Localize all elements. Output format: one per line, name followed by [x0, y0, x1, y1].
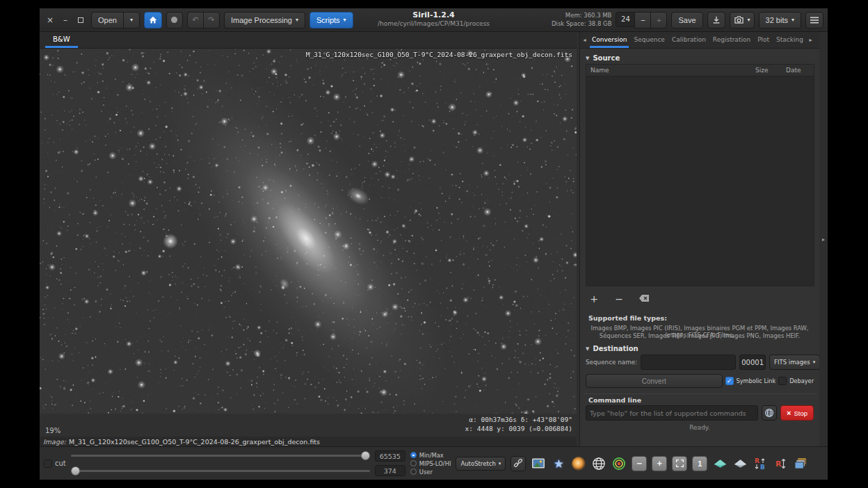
- target-circles-icon: [612, 457, 626, 471]
- home-button[interactable]: [144, 12, 162, 29]
- sequence-frames-button[interactable]: [793, 456, 808, 471]
- photo-icon: [531, 457, 545, 469]
- chevron-down-icon: ▾: [791, 17, 794, 23]
- fit-to-window-button[interactable]: [672, 456, 687, 471]
- reference-image-button[interactable]: [531, 456, 546, 471]
- command-line-divider: [583, 393, 817, 394]
- tab-calibration[interactable]: Calibration: [668, 32, 709, 48]
- lo-slider[interactable]: [71, 466, 370, 475]
- tab-sequence[interactable]: Sequence: [630, 32, 668, 48]
- channel-shift-button[interactable]: R: [773, 456, 788, 471]
- snapshot-button[interactable]: ▾: [730, 12, 755, 29]
- rgb-align-button[interactable]: R B: [753, 456, 768, 471]
- astrometry-button[interactable]: [591, 456, 606, 471]
- mips-label: MIPS-LO/HI: [419, 460, 451, 467]
- mips-radio[interactable]: [410, 460, 417, 466]
- destination-expander[interactable]: ▼ Destination: [586, 345, 638, 352]
- scripts-label: Scripts: [316, 16, 340, 24]
- open-recent-dropdown[interactable]: ▾: [123, 12, 140, 29]
- minmax-radio[interactable]: [410, 452, 417, 458]
- pixel-math-button[interactable]: [732, 456, 748, 471]
- stretch-mode-value: AutoStretch: [460, 460, 495, 467]
- gray-visualisation-button[interactable]: [166, 12, 183, 29]
- background-extraction-button[interactable]: [571, 456, 586, 471]
- image-canvas[interactable]: [40, 49, 577, 414]
- add-files-button[interactable]: +: [588, 293, 600, 304]
- source-expander[interactable]: ▼ Source: [586, 54, 620, 62]
- command-help-button[interactable]: [762, 405, 777, 421]
- column-size[interactable]: Size: [755, 67, 786, 74]
- redo-button[interactable]: ↷: [203, 12, 220, 29]
- link-channels-button[interactable]: [511, 456, 526, 471]
- stop-button[interactable]: × Stop: [780, 405, 814, 421]
- file-list-header: Name Size Date: [586, 65, 814, 76]
- chain-link-icon: [513, 459, 523, 469]
- scripts-button[interactable]: Scripts ▾: [310, 12, 353, 29]
- viewport-status-strip: 19% α: 00h37m36s δ: +43°08'09" x: 4448 y…: [40, 414, 577, 437]
- hi-slider[interactable]: [71, 451, 370, 460]
- chevron-down-icon: ▾: [499, 461, 501, 466]
- threads-input[interactable]: [616, 12, 635, 27]
- svg-text:R: R: [755, 457, 760, 464]
- maximize-icon: [78, 17, 83, 23]
- chevron-down-icon: ▾: [296, 17, 298, 23]
- tab-plot[interactable]: Plot: [754, 32, 773, 48]
- hamburger-icon: [810, 16, 819, 24]
- cut-checkbox[interactable]: [44, 459, 52, 468]
- output-format-dropdown[interactable]: FITS images ▾: [769, 355, 820, 370]
- image-processing-button[interactable]: Image Processing ▾: [224, 12, 305, 29]
- app-title: Siril-1.2.4: [378, 10, 490, 20]
- zoom-one-to-one-button[interactable]: 1: [692, 456, 707, 471]
- lo-slider-handle[interactable]: [71, 466, 80, 475]
- threads-decrement-button[interactable]: −: [634, 12, 651, 29]
- bit-depth-label: 32 bits: [766, 16, 788, 24]
- photometry-button[interactable]: [611, 456, 627, 471]
- tab-registration[interactable]: Registration: [709, 32, 754, 48]
- working-directory: /home/cyril/Images/CP/M31/process: [378, 20, 490, 28]
- loaded-image-label: Image: M_31_G_120x120sec_G100_O50_T-9°C_…: [40, 437, 577, 446]
- close-button[interactable]: ×: [44, 13, 56, 27]
- tab-stacking[interactable]: Stacking: [773, 32, 807, 48]
- minimize-button[interactable]: –: [59, 13, 72, 27]
- save-button[interactable]: Save: [671, 12, 702, 29]
- zoom-out-button[interactable]: −: [632, 456, 647, 471]
- star-icon: ★: [554, 457, 564, 471]
- tab-conversion[interactable]: Conversion: [588, 32, 630, 48]
- threads-increment-button[interactable]: +: [650, 12, 667, 29]
- bit-depth-button[interactable]: 32 bits ▾: [759, 12, 801, 29]
- tabs-scroll-right-icon[interactable]: ▸: [807, 32, 814, 48]
- debayer-checkbox[interactable]: [778, 377, 787, 385]
- remove-files-button[interactable]: −: [613, 293, 625, 304]
- hi-slider-handle[interactable]: [361, 451, 370, 460]
- sequence-index-input[interactable]: [739, 355, 766, 370]
- home-icon: [148, 15, 158, 25]
- undo-button[interactable]: ↶: [187, 12, 204, 29]
- tabs-scroll-left-icon[interactable]: ◂: [581, 32, 588, 48]
- source-file-list[interactable]: Name Size Date: [586, 64, 814, 286]
- convert-button[interactable]: Convert: [586, 374, 723, 388]
- symbolic-link-checkbox[interactable]: ✓: [725, 377, 734, 385]
- star-detection-button[interactable]: ★: [551, 456, 566, 471]
- lo-value-input[interactable]: [375, 465, 405, 476]
- sequence-name-input[interactable]: [641, 355, 736, 370]
- menu-button[interactable]: [805, 12, 823, 29]
- save-as-button[interactable]: [707, 12, 725, 29]
- command-input[interactable]: [586, 405, 758, 421]
- tab-bw[interactable]: B&W: [44, 32, 79, 48]
- window-controls: × –: [44, 13, 87, 27]
- user-label: User: [419, 469, 433, 475]
- column-name[interactable]: Name: [586, 67, 755, 74]
- display-stretch-dropdown[interactable]: AutoStretch ▾: [456, 457, 506, 471]
- open-button[interactable]: Open: [91, 12, 124, 29]
- panel-collapse-handle[interactable]: ▸: [819, 32, 828, 446]
- maximize-button[interactable]: [74, 13, 87, 27]
- user-radio[interactable]: [410, 469, 417, 475]
- aperture-photometry-button[interactable]: [712, 456, 728, 471]
- column-date[interactable]: Date: [786, 67, 814, 74]
- output-format-value: FITS images: [774, 359, 810, 366]
- zoom-in-button[interactable]: +: [652, 456, 667, 471]
- hi-value-input[interactable]: [375, 450, 405, 462]
- clear-list-button[interactable]: [638, 293, 650, 304]
- lo-slider-track[interactable]: [71, 470, 370, 472]
- hi-slider-track[interactable]: [71, 455, 370, 457]
